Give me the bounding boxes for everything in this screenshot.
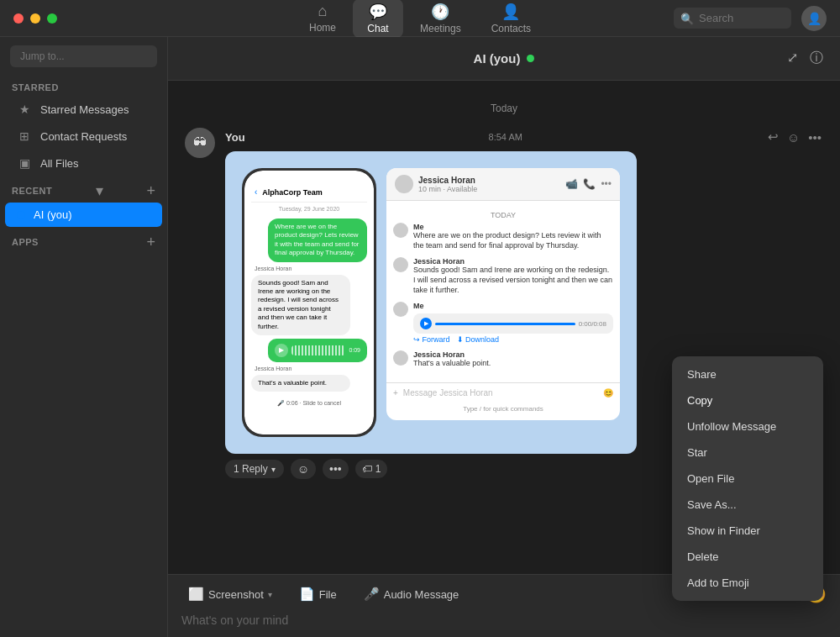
sidebar-item-starred-messages[interactable]: ★ Starred Messages <box>5 97 162 122</box>
recent-section-row: RECENT ▾ + <box>0 176 167 202</box>
tab-contacts[interactable]: 👤 Contacts <box>478 0 544 38</box>
tab-chat[interactable]: 💬 Chat <box>353 0 403 38</box>
reply-count-button[interactable]: 1 Reply ▾ <box>225 460 284 478</box>
screenshot-label: Screenshot <box>208 588 264 601</box>
sidebar-item-contact-requests[interactable]: ⊞ Contact Requests <box>5 124 162 149</box>
starred-section-header: STARRED <box>0 76 167 96</box>
cwp-avatar <box>395 175 413 193</box>
cwp-input-placeholder: Message Jessica Horan <box>403 388 493 397</box>
phone-msg-in-2: That's a valuable point. <box>251 375 350 392</box>
context-menu-open-file[interactable]: Open File <box>672 466 823 492</box>
external-link-button[interactable]: ⤢ <box>787 50 798 67</box>
cwp-voice-bar: ▶ 0:00/0:08 <box>413 313 613 334</box>
context-menu-share[interactable]: Share <box>672 361 823 387</box>
cwp-msg-name-me: Me <box>413 223 613 231</box>
cwp-msg-avatar-3 <box>393 302 408 317</box>
sidebar-item-all-files[interactable]: ▣ All Files <box>5 150 162 176</box>
cwp-download-link[interactable]: ⬇ Download <box>457 335 500 344</box>
cwp-video-icon: 📹 <box>565 178 578 190</box>
tab-meetings-label: Meetings <box>420 23 461 34</box>
cwp-input-bar: + Message Jessica Horan 😊 <box>386 382 620 403</box>
context-menu: Share Copy Unfollow Message Star Open Fi… <box>672 356 823 601</box>
cwp-date: TODAY <box>393 211 613 219</box>
recent-section-chevron[interactable]: ▾ <box>96 183 103 198</box>
phone-voice-indicator: 🎤 0:06 · Slide to cancel <box>251 395 367 407</box>
message-sender: You <box>225 131 245 144</box>
add-apps-button[interactable]: + <box>146 234 155 250</box>
audio-message-button[interactable]: 🎤 Audio Message <box>357 583 466 605</box>
context-menu-add-to-emoji[interactable]: Add to Emoji <box>672 570 823 596</box>
chat-input[interactable]: What's on your mind <box>181 612 827 629</box>
cwp-msg-name-jessica-2: Jessica Horan <box>413 350 613 359</box>
phone-sender-name-2: Jessica Horan <box>251 366 367 371</box>
cwp-plus-icon: + <box>393 388 398 397</box>
chat-title: AI (you) <box>474 51 535 66</box>
date-divider: Today <box>185 103 823 114</box>
info-button[interactable]: ⓘ <box>810 50 823 67</box>
cwp-actions-bar: ↪ Forward ⬇ Download <box>413 335 613 344</box>
cwp-msg-row-3: Me ▶ 0:00/0:08 ↪ Forward <box>393 302 613 344</box>
phone-sender-name: Jessica Horan <box>251 266 367 271</box>
cwp-play-icon: ▶ <box>420 318 432 329</box>
sidebar: STARRED ★ Starred Messages ⊞ Contact Req… <box>0 37 168 637</box>
screenshot-chevron-icon: ▾ <box>268 590 272 599</box>
meetings-icon: 🕐 <box>431 3 449 21</box>
jump-to-input[interactable] <box>10 45 157 67</box>
phone-play-icon: ▶ <box>275 344 288 357</box>
reply-count-text: 1 Reply <box>234 463 268 475</box>
cwp-msg-text-4: That's a valuable point. <box>413 359 613 369</box>
message-header: You 8:54 AM ↩ ☺ ••• <box>225 128 823 146</box>
more-options-button[interactable]: ••• <box>323 459 349 479</box>
chat-window-preview: Jessica Horan 10 min · Available 📹 📞 ••• <box>386 168 620 420</box>
maximize-button[interactable] <box>47 13 57 24</box>
context-menu-delete[interactable]: Delete <box>672 544 823 570</box>
search-icon: 🔍 <box>680 12 694 24</box>
all-files-label: All Files <box>40 157 79 170</box>
apps-section-header: APPS <box>12 237 39 247</box>
reply-action-icon[interactable]: ↩ <box>766 128 780 146</box>
sidebar-item-ai-you[interactable]: AI (you) <box>5 203 162 227</box>
cwp-status: 10 min · Available <box>418 185 477 193</box>
context-menu-unfollow[interactable]: Unfollow Message <box>672 413 823 440</box>
context-menu-copy[interactable]: Copy <box>672 387 823 413</box>
home-icon: ⌂ <box>318 3 328 20</box>
context-menu-star[interactable]: Star <box>672 440 823 466</box>
cwp-time: 0:00/0:08 <box>579 320 606 328</box>
cwp-header-actions: 📹 📞 ••• <box>565 178 612 190</box>
tag-button[interactable]: 🏷 1 <box>355 460 388 478</box>
tab-meetings[interactable]: 🕐 Meetings <box>407 0 475 38</box>
phone-voice-message: ▶ 0:09 <box>268 339 367 362</box>
user-avatar[interactable]: 👤 <box>801 6 827 31</box>
close-button[interactable] <box>13 13 24 24</box>
cwp-forward-link[interactable]: ↪ Forward <box>413 335 450 344</box>
phone-mockup: ‹ AlphaCorp Team Tuesday, 29 June 2020 W… <box>242 168 376 437</box>
minimize-button[interactable] <box>30 13 40 24</box>
tab-home[interactable]: ⌂ Home <box>296 0 349 37</box>
cwp-msg-name-me-2: Me <box>413 302 613 310</box>
title-bar-right: 🔍 👤 <box>674 6 827 31</box>
add-recent-button[interactable]: + <box>146 183 155 198</box>
file-label: File <box>319 588 337 601</box>
more-action-icon[interactable]: ••• <box>806 129 823 146</box>
phone-group-name: AlphaCorp Team <box>262 188 322 197</box>
preview-inner: ‹ AlphaCorp Team Tuesday, 29 June 2020 W… <box>242 168 620 437</box>
cwp-msg-name-jessica: Jessica Horan <box>413 257 613 266</box>
contacts-icon: 👤 <box>501 3 520 21</box>
sender-avatar: 🕶 <box>185 128 215 158</box>
file-button[interactable]: 📄 File <box>292 583 344 605</box>
phone-waveform <box>291 345 345 355</box>
context-menu-show-in-finder[interactable]: Show in Finder <box>672 518 823 544</box>
reaction-action-icon[interactable]: ☺ <box>785 129 801 146</box>
phone-screen: ‹ AlphaCorp Team Tuesday, 29 June 2020 W… <box>244 171 374 434</box>
contact-requests-label: Contact Requests <box>40 130 127 143</box>
phone-msg-out-1: Where are we on the product design? Lets… <box>268 218 367 262</box>
context-menu-save-as[interactable]: Save As... <box>672 492 823 518</box>
all-files-icon: ▣ <box>17 156 32 170</box>
cwp-msg-row-4: Jessica Horan That's a valuable point. <box>393 350 613 369</box>
star-icon: ★ <box>17 103 32 116</box>
cwp-msg-avatar-2 <box>393 257 408 272</box>
emoji-reaction-button[interactable]: ☺ <box>291 459 316 479</box>
chat-area: AI (you) ⤢ ⓘ Today 🕶 You 8:54 AM ↩ <box>168 37 840 637</box>
cwp-emoji-icon: 😊 <box>603 388 613 397</box>
screenshot-button[interactable]: ⬜ Screenshot ▾ <box>181 583 279 605</box>
